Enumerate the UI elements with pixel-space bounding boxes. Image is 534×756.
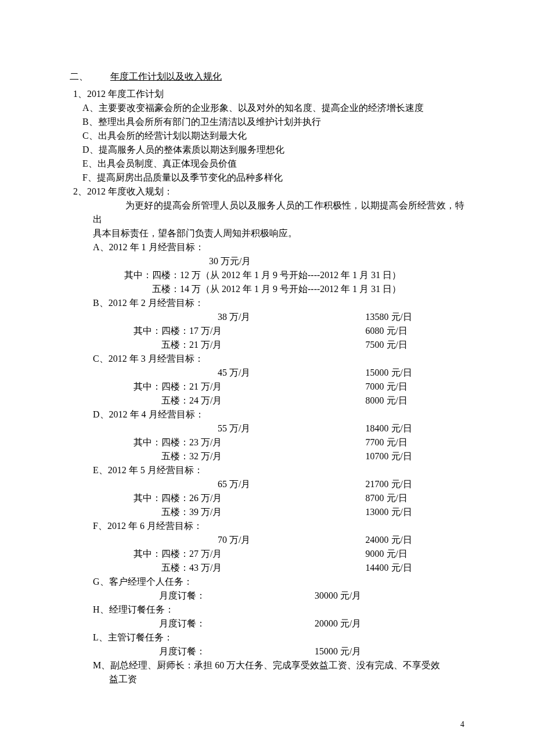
apr-label: D、2012 年 4 月经营目标： — [93, 408, 464, 422]
may-f4-m: 其中：四楼：26 万/月 — [134, 491, 366, 505]
task-g-value: 30000 元/月 — [315, 589, 412, 603]
may-f5-m: 五楼：39 万/月 — [134, 505, 366, 519]
plan-item-c: C、出具会所的经营计划以期达到最大化 — [82, 129, 464, 143]
jun-total-d: 24000 元/日 — [366, 533, 412, 547]
mar-f5-d: 8000 元/日 — [366, 394, 412, 408]
may-f4-d: 8700 元/日 — [366, 491, 412, 505]
plan-item-a: A、主要要改变福豪会所的企业形象、以及对外的知名度、提高企业的经济增长速度 — [82, 101, 464, 115]
feb-f5-d: 7500 元/日 — [366, 338, 412, 352]
feb-f4-m: 其中：四楼：17 万/月 — [134, 324, 366, 338]
apr-f4-m: 其中：四楼：23 万/月 — [134, 435, 366, 449]
feb-total-d: 13580 元/日 — [366, 310, 412, 324]
section-heading: 二、年度工作计划以及收入规化 — [70, 70, 464, 84]
jun-total-m: 70 万/月 — [134, 533, 366, 547]
feb-table: 38 万/月13580 元/日 其中：四楼：17 万/月6080 元/日 五楼：… — [134, 310, 412, 352]
plan-item-d: D、提高服务人员的整体素质以期达到服务理想化 — [82, 143, 464, 157]
sec2-header: 2、2012 年度收入规划： — [73, 185, 464, 199]
jun-f5-m: 五楼：43 万/月 — [134, 561, 366, 575]
task-l-item: 月度订餐： — [134, 645, 315, 658]
task-g-item: 月度订餐： — [134, 589, 315, 603]
feb-label: B、2012 年 2 月经营目标： — [93, 296, 464, 310]
apr-f5-d: 10700 元/日 — [366, 449, 412, 463]
jan-total: 30 万元/月 — [209, 254, 464, 268]
jun-label: F、2012 年 6 月经营目标： — [93, 519, 464, 533]
mar-total-m: 45 万/月 — [134, 366, 366, 380]
sec1-header: 1、2012 年度工作计划 — [73, 87, 464, 101]
mar-f4-m: 其中：四楼：21 万/月 — [134, 380, 366, 394]
jun-f5-d: 14400 元/日 — [366, 561, 412, 575]
feb-total-m: 38 万/月 — [134, 310, 366, 324]
intro-line2: 具本目标责任，望各部门负责人周知并积极响应。 — [93, 226, 464, 240]
apr-total-d: 18400 元/日 — [366, 422, 412, 435]
plan-item-e: E、出具会员制度、真正体现会员价值 — [82, 157, 464, 171]
task-g-row: 月度订餐：30000 元/月 — [134, 589, 412, 603]
task-m-line1: M、副总经理、厨师长：承担 60 万大任务、完成享受效益工资、没有完成、不享受效 — [93, 658, 464, 672]
mar-f5-m: 五楼：24 万/月 — [134, 394, 366, 408]
mar-total-d: 15000 元/日 — [366, 366, 412, 380]
jun-table: 70 万/月24000 元/日 其中：四楼：27 万/月9000 元/日 五楼：… — [134, 533, 412, 575]
task-m-line2: 益工资 — [109, 672, 464, 686]
apr-total-m: 55 万/月 — [134, 422, 366, 435]
jan-floor4: 其中：四楼：12 万（从 2012 年 1 月 9 号开始----2012 年 … — [124, 268, 464, 282]
heading-number: 二、 — [70, 70, 110, 84]
jan-label: A、2012 年 1 月经营目标： — [93, 240, 464, 254]
task-h-value: 20000 元/月 — [315, 617, 412, 631]
mar-label: C、2012 年 3 月经营目标： — [93, 352, 464, 366]
may-table: 65 万/月21700 元/日 其中：四楼：26 万/月8700 元/日 五楼：… — [134, 477, 412, 519]
may-label: E、2012 年 5 月经营目标： — [93, 463, 464, 477]
may-f5-d: 13000 元/日 — [366, 505, 412, 519]
task-l-label: L、主管订餐任务： — [93, 631, 464, 645]
apr-f5-m: 五楼：32 万/月 — [134, 449, 366, 463]
feb-f4-d: 6080 元/日 — [366, 324, 412, 338]
task-h-label: H、经理订餐任务： — [93, 603, 464, 617]
task-l-row: 月度订餐：15000 元/月 — [134, 645, 412, 658]
jun-f4-d: 9000 元/日 — [366, 547, 412, 561]
task-g-label: G、客户经理个人任务： — [93, 575, 464, 589]
plan-item-f: F、提高厨房出品质量以及季节变化的品种多样化 — [82, 171, 464, 185]
mar-f4-d: 7000 元/日 — [366, 380, 412, 394]
jan-floor5: 五楼：14 万（从 2012 年 1 月 9 号开始----2012 年 1 月… — [152, 282, 464, 296]
task-l-value: 15000 元/月 — [315, 645, 412, 658]
task-h-row: 月度订餐：20000 元/月 — [134, 617, 412, 631]
page-number: 4 — [460, 718, 464, 730]
may-total-m: 65 万/月 — [134, 477, 366, 491]
mar-table: 45 万/月15000 元/日 其中：四楼：21 万/月7000 元/日 五楼：… — [134, 366, 412, 408]
task-h-item: 月度订餐： — [134, 617, 315, 631]
apr-table: 55 万/月18400 元/日 其中：四楼：23 万/月7700 元/日 五楼：… — [134, 422, 412, 463]
intro-line1: 为更好的提高会所管理人员以及服务人员的工作积极性，以期提高会所经营效，特出 — [93, 199, 464, 226]
jun-f4-m: 其中：四楼：27 万/月 — [134, 547, 366, 561]
feb-f5-m: 五楼：21 万/月 — [134, 338, 366, 352]
may-total-d: 21700 元/日 — [366, 477, 412, 491]
heading-title: 年度工作计划以及收入规化 — [110, 71, 222, 81]
plan-item-b: B、整理出具会所所有部门的卫生清洁以及维护计划并执行 — [82, 115, 464, 129]
apr-f4-d: 7700 元/日 — [366, 435, 412, 449]
